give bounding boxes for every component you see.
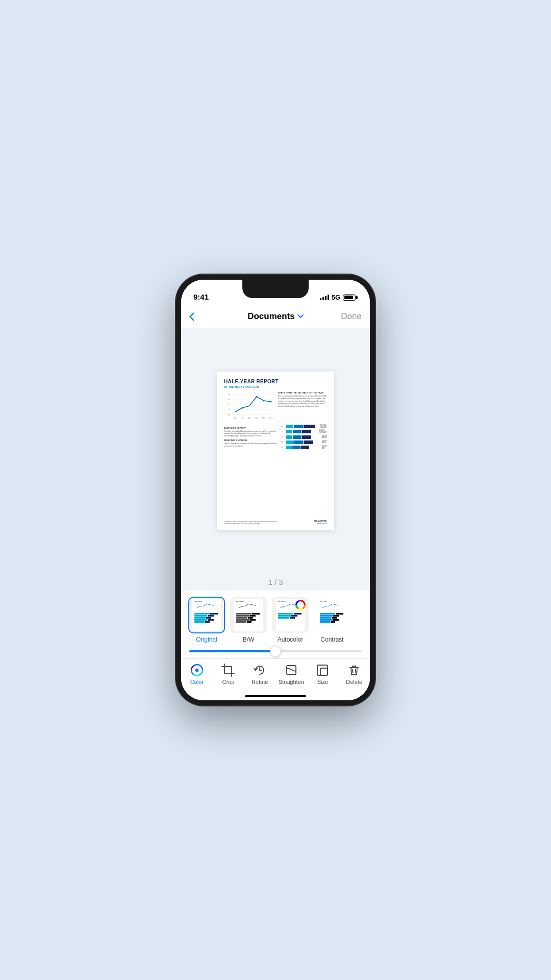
svg-point-18 <box>263 400 265 402</box>
phone-frame: 9:41 5G Documents <box>176 275 375 705</box>
filter-label-autocolor: Autocolor <box>278 636 304 643</box>
tool-label-straighten: Straighten <box>279 679 304 685</box>
filter-strip: HALF-YEAR <box>181 591 370 648</box>
slider-thumb[interactable] <box>270 646 281 657</box>
svg-text:20: 20 <box>228 408 231 411</box>
page-counter: 1 / 3 <box>181 574 370 591</box>
filter-contrast[interactable]: HALF-YEAR <box>314 597 350 643</box>
signal-icon <box>320 295 329 300</box>
tool-crop[interactable]: Crop <box>214 663 242 685</box>
svg-point-17 <box>256 396 258 398</box>
crop-icon <box>221 663 235 677</box>
tool-label-color: Color <box>190 679 204 685</box>
auditor-text: The latest consolidated financial statem… <box>224 430 278 437</box>
filter-bw[interactable]: HALF-YEAR <box>230 597 267 643</box>
status-icons: 5G <box>320 293 358 301</box>
tool-rotate[interactable]: Rotate <box>246 663 273 685</box>
doc-left-sections: AUDITOR'S REPORT The latest consolidated… <box>224 425 278 451</box>
tool-label-crop: Crop <box>222 679 235 685</box>
battery-icon <box>343 295 358 301</box>
doc-stats-area: STATS OVER THE 1ST HALF OF THE YEAR Our … <box>278 391 327 422</box>
tool-label-delete: Delete <box>346 679 362 685</box>
svg-text:Jan: Jan <box>234 417 237 419</box>
svg-rect-23 <box>224 667 232 674</box>
notch <box>242 280 309 298</box>
svg-line-31 <box>353 670 353 673</box>
slider-container[interactable] <box>181 648 370 658</box>
nav-title[interactable]: Documents <box>247 311 304 322</box>
svg-point-19 <box>270 401 272 403</box>
bar-chart-area: 01 $100,000JANUARY 02 <box>281 425 327 451</box>
svg-point-16 <box>242 407 243 409</box>
signature-area: SIGNATURE 07/01/2022 <box>314 520 327 525</box>
filter-thumb-autocolor: HALF-YEAR <box>272 597 309 633</box>
svg-text:Mar: Mar <box>248 417 252 419</box>
chevron-down-icon <box>297 314 304 318</box>
svg-text:Feb: Feb <box>241 417 244 419</box>
status-time: 9:41 <box>193 292 209 301</box>
doc-footer: I certify that I have completed this hal… <box>224 520 327 525</box>
filter-label-bw: B/W <box>243 636 255 643</box>
tool-straighten[interactable]: Straighten <box>278 663 305 685</box>
slider-fill <box>189 650 276 652</box>
rotate-icon <box>253 663 267 677</box>
svg-text:30: 30 <box>228 403 231 406</box>
done-button[interactable]: Done <box>331 311 362 322</box>
tool-delete[interactable]: Delete <box>340 663 368 685</box>
auditor-title: AUDITOR'S REPORT <box>224 427 278 429</box>
director-title: DIRECTOR'S SPEECH <box>224 439 278 442</box>
trash-icon <box>347 663 361 677</box>
svg-point-22 <box>195 669 198 672</box>
back-button[interactable] <box>189 312 220 321</box>
svg-text:50: 50 <box>228 393 231 396</box>
toolbar: Color Crop <box>181 658 370 695</box>
svg-line-32 <box>356 670 356 673</box>
svg-text:June: June <box>269 417 273 419</box>
document-area: HALF-YEAR REPORT BY THE MARKETING TEAM <box>181 328 370 574</box>
slider-track[interactable] <box>189 650 362 652</box>
filter-thumb-original: HALF-YEAR <box>188 597 225 633</box>
svg-text:40: 40 <box>228 398 231 401</box>
svg-text:10: 10 <box>228 413 231 416</box>
filter-thumb-bw: HALF-YEAR <box>230 597 267 633</box>
main-content: HALF-YEAR REPORT BY THE MARKETING TEAM <box>181 328 370 700</box>
svg-text:May: May <box>262 417 266 419</box>
tool-label-size: Size <box>317 679 328 685</box>
filter-original[interactable]: HALF-YEAR <box>188 597 225 643</box>
cert-text: I certify that I have completed this hal… <box>224 521 280 525</box>
doc-title: HALF-YEAR REPORT <box>224 379 327 385</box>
tool-label-rotate: Rotate <box>252 679 268 685</box>
svg-text:Apr: Apr <box>255 417 258 419</box>
color-icon <box>190 663 204 677</box>
straighten-icon <box>284 663 298 677</box>
bottom-panel: HALF-YEAR <box>181 591 370 700</box>
line-chart-area: 50 40 30 20 10 Jan Feb Mar Apr May June <box>224 391 275 422</box>
doc-subtitle: BY THE MARKETING TEAM <box>224 386 327 388</box>
home-indicator <box>245 695 306 697</box>
filter-thumb-contrast: HALF-YEAR <box>314 597 350 633</box>
size-icon <box>315 663 330 677</box>
stats-text: Our company gained 50 million users in e… <box>278 395 327 407</box>
nav-bar: Documents Done <box>181 305 370 328</box>
svg-rect-30 <box>320 668 328 675</box>
svg-rect-29 <box>317 665 328 675</box>
color-wheel-icon <box>295 600 306 610</box>
director-text: I want to thank all our employees for th… <box>224 443 278 447</box>
network-label: 5G <box>332 293 340 301</box>
tool-color[interactable]: Color <box>183 663 211 685</box>
line-chart-svg: 50 40 30 20 10 Jan Feb Mar Apr May June <box>224 391 275 420</box>
stats-title: STATS OVER THE 1ST HALF OF THE YEAR <box>278 391 327 394</box>
filter-label-original: Original <box>196 636 217 643</box>
filter-label-contrast: Contrast <box>320 636 343 643</box>
document-page: HALF-YEAR REPORT BY THE MARKETING TEAM <box>217 372 334 530</box>
tool-size[interactable]: Size <box>309 663 336 685</box>
filter-autocolor[interactable]: HALF-YEAR <box>272 597 309 643</box>
